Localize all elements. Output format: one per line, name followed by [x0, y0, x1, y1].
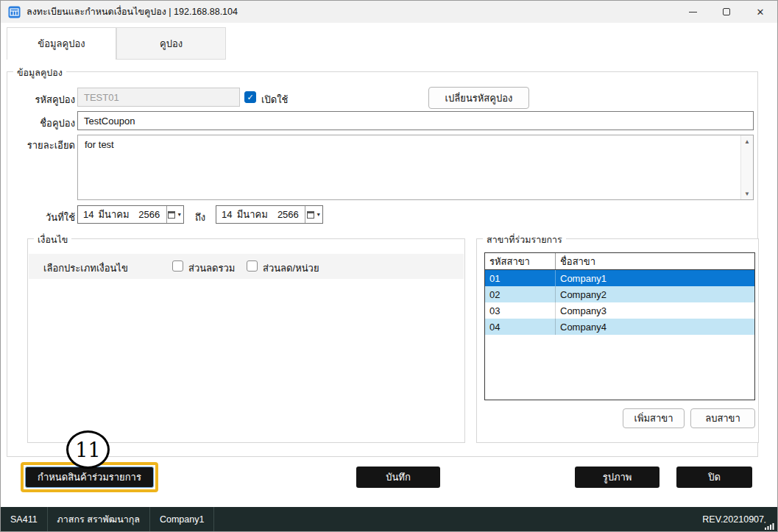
- statusbar-user-name: ภาสกร สราพัฒนากุล: [48, 512, 149, 527]
- change-code-button-label: เปลี่ยนรหัสคูปอง: [445, 91, 513, 106]
- statusbar-company: Company1: [150, 514, 213, 525]
- branch-group-title: สาขาที่ร่วมรายการ: [483, 233, 566, 247]
- condition-group-title: เงื่อนไข: [34, 233, 71, 247]
- date-from-month: มีนาคม: [99, 206, 139, 223]
- description-field[interactable]: for test ▲ ▼: [77, 135, 754, 200]
- statusbar: SA411 ภาสกร สราพัฒนากุล Company1 REV.202…: [1, 507, 777, 531]
- date-to-picker[interactable]: 14 มีนาคม 2566 ▼: [216, 205, 323, 224]
- date-to-dropdown[interactable]: ▼: [305, 206, 322, 223]
- description-value: for test: [78, 135, 753, 154]
- coupon-name-value: TestCoupon: [84, 116, 135, 127]
- minimize-icon: [689, 12, 697, 13]
- date-to-year: 2566: [277, 206, 305, 223]
- date-from-day: 14: [78, 206, 99, 223]
- date-to-label: ถึง: [195, 210, 205, 225]
- set-products-button-label: กำหนดสินค้าร่วมรายการ: [38, 469, 141, 485]
- branch-code-cell: 01: [485, 270, 556, 286]
- unit-discount-label: ส่วนลด/หน่วย: [263, 260, 319, 276]
- close-icon: ✕: [757, 7, 765, 18]
- branch-code-cell: 04: [485, 319, 556, 335]
- tab-coupon-info[interactable]: ข้อมูลคูปอง: [7, 27, 116, 60]
- app-window: ลงทะเบียนและกำหนดเงื่อนไขคูปอง | 192.168…: [0, 0, 778, 532]
- add-branch-button[interactable]: เพิ่มสาขา: [623, 408, 685, 428]
- svg-text:*: *: [764, 521, 766, 525]
- delete-branch-button[interactable]: ลบสาขา: [690, 408, 755, 428]
- date-from-year: 2566: [138, 206, 166, 223]
- annotation-circle-11: 11: [66, 430, 110, 469]
- save-button-label: บันทึก: [386, 469, 411, 485]
- statusbar-screen-code: SA411: [1, 514, 47, 525]
- branch-name-cell: Company1: [556, 270, 754, 286]
- branch-code-cell: 03: [485, 302, 556, 319]
- table-row[interactable]: 04 Company4: [485, 319, 754, 335]
- branch-code-cell: 02: [485, 286, 556, 302]
- statusbar-divider: [213, 507, 214, 531]
- network-icon: *: [764, 521, 775, 531]
- condition-type-label: เลือกประเภทเงื่อนไข: [43, 260, 128, 276]
- minimize-button[interactable]: [676, 1, 710, 23]
- coupon-code-field[interactable]: TEST01: [77, 88, 240, 107]
- annotation-number: 11: [75, 439, 100, 461]
- coupon-info-group-title: ข้อมูลคูปอง: [13, 65, 66, 80]
- calendar-icon: [168, 211, 175, 219]
- condition-type-band: เลือกประเภทเงื่อนไข ✓ ส่วนลดรวม ✓ ส่วนลด…: [29, 254, 464, 279]
- calendar-icon: [307, 211, 314, 219]
- enabled-checkbox[interactable]: ✓: [244, 91, 256, 103]
- chevron-down-icon: ▼: [316, 212, 321, 217]
- check-icon: ✓: [247, 93, 253, 102]
- coupon-code-label: รหัสคูปอง: [10, 92, 75, 107]
- coupon-code-value: TEST01: [84, 92, 119, 103]
- maximize-button[interactable]: [710, 1, 743, 23]
- save-button[interactable]: บันทึก: [356, 467, 440, 488]
- table-row[interactable]: 01 Company1: [485, 270, 754, 286]
- delete-branch-button-label: ลบสาขา: [705, 411, 740, 426]
- enabled-checkbox-label: เปิดใช้: [261, 92, 288, 107]
- add-branch-button-label: เพิ่มสาขา: [634, 411, 673, 426]
- tab-coupon[interactable]: คูปอง: [116, 27, 226, 60]
- tab-coupon-info-label: ข้อมูลคูปอง: [38, 36, 85, 52]
- branch-groupbox: สาขาที่ร่วมรายการ รหัสสาขา ชื่อสาขา 01 C…: [476, 238, 759, 443]
- date-to-day: 14: [216, 206, 237, 223]
- branch-table[interactable]: รหัสสาขา ชื่อสาขา 01 Company1 02 Company…: [484, 252, 755, 400]
- titlebar: ลงทะเบียนและกำหนดเงื่อนไขคูปอง | 192.168…: [1, 1, 777, 23]
- close-form-button[interactable]: ปิด: [676, 467, 752, 488]
- app-icon: [8, 6, 21, 18]
- scroll-down-icon[interactable]: ▼: [741, 188, 753, 199]
- branch-name-cell: Company3: [556, 302, 754, 319]
- coupon-name-label: ชื่อคูปอง: [10, 116, 75, 131]
- set-products-button[interactable]: กำหนดสินค้าร่วมรายการ: [25, 467, 154, 488]
- description-label: รายละเอียด: [10, 138, 75, 153]
- window-title: ลงทะเบียนและกำหนดเงื่อนไขคูปอง | 192.168…: [26, 4, 238, 19]
- description-scrollbar[interactable]: ▲ ▼: [740, 135, 753, 199]
- table-row[interactable]: 03 Company3: [485, 302, 754, 319]
- date-to-month: มีนาคม: [237, 206, 277, 223]
- tab-coupon-label: คูปอง: [160, 36, 183, 52]
- scroll-up-icon[interactable]: ▲: [741, 135, 753, 147]
- change-code-button[interactable]: เปลี่ยนรหัสคูปอง: [428, 87, 529, 109]
- date-from-dropdown[interactable]: ▼: [166, 206, 184, 223]
- branch-name-cell: Company4: [556, 319, 754, 335]
- branch-name-cell: Company2: [556, 286, 754, 302]
- close-button[interactable]: ✕: [743, 1, 777, 23]
- maximize-icon: [723, 8, 730, 15]
- unit-discount-checkbox[interactable]: ✓: [247, 260, 258, 272]
- coupon-name-field[interactable]: TestCoupon: [77, 111, 754, 130]
- branch-code-header: รหัสสาขา: [485, 253, 556, 269]
- image-button[interactable]: รูปภาพ: [575, 467, 659, 488]
- image-button-label: รูปภาพ: [603, 469, 632, 485]
- coupon-info-groupbox: ข้อมูลคูปอง รหัสคูปอง TEST01 ✓ เปิดใช้ เ…: [7, 71, 758, 457]
- table-row[interactable]: 02 Company2: [485, 286, 754, 302]
- branch-name-header: ชื่อสาขา: [556, 253, 754, 269]
- use-date-label: วันที่ใช้: [10, 210, 75, 225]
- date-from-picker[interactable]: 14 มีนาคม 2566 ▼: [77, 205, 184, 224]
- branch-table-header: รหัสสาขา ชื่อสาขา: [485, 253, 754, 270]
- total-discount-checkbox[interactable]: ✓: [172, 260, 183, 272]
- chevron-down-icon: ▼: [177, 212, 182, 217]
- condition-groupbox: เงื่อนไข เลือกประเภทเงื่อนไข ✓ ส่วนลดรวม…: [27, 238, 465, 443]
- total-discount-label: ส่วนลดรวม: [188, 260, 235, 276]
- close-form-button-label: ปิด: [708, 469, 721, 485]
